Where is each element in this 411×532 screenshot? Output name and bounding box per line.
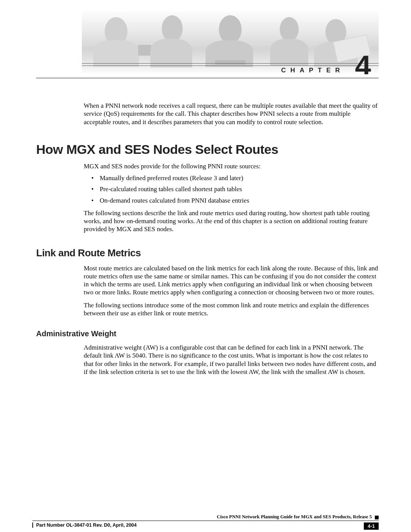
chapter-banner: CHAPTER 4 — [82, 11, 379, 74]
paragraph: Administrative weight (AW) is a configur… — [84, 343, 379, 376]
title-rule — [36, 77, 379, 79]
footer-tick-icon — [32, 522, 33, 528]
footer-rule — [32, 521, 379, 521]
chapter-number: 4 — [355, 51, 371, 74]
paragraph: MGX and SES nodes provide for the follow… — [84, 162, 379, 170]
footer-doc-title: Cisco PNNI Network Planning Guide for MG… — [217, 514, 372, 520]
paragraph: Most route metrics are calculated based … — [84, 264, 379, 297]
bullet-item: Manually defined preferred routes (Relea… — [91, 174, 379, 182]
document-page: CHAPTER 4 Planning Intermediate Route Se… — [0, 11, 411, 532]
footer-marker-icon — [375, 516, 379, 519]
banner-rule — [82, 66, 379, 66]
bullet-list: Manually defined preferred routes (Relea… — [91, 174, 379, 204]
intro-paragraph: When a PNNI network node receives a call… — [84, 102, 379, 126]
page-footer: Cisco PNNI Network Planning Guide for MG… — [32, 514, 379, 530]
section-heading-1: How MGX and SES Nodes Select Routes — [36, 142, 379, 157]
section-heading-2: Link and Route Metrics — [36, 247, 379, 259]
section-heading-3: Administrative Weight — [36, 329, 379, 338]
page-number: 4-1 — [364, 522, 379, 530]
footer-part-number: Part Number OL-3847-01 Rev. D0, April, 2… — [36, 522, 137, 528]
banner-illustration — [82, 11, 379, 74]
chapter-label: CHAPTER — [281, 67, 344, 74]
banner-rule — [82, 63, 379, 64]
bullet-item: On-demand routes calculated from PNNI da… — [91, 197, 379, 204]
bullet-item: Pre-calculated routing tables called sho… — [91, 185, 379, 193]
paragraph: The following sections introduce some of… — [84, 301, 379, 318]
paragraph: The following sections describe the link… — [84, 209, 379, 233]
